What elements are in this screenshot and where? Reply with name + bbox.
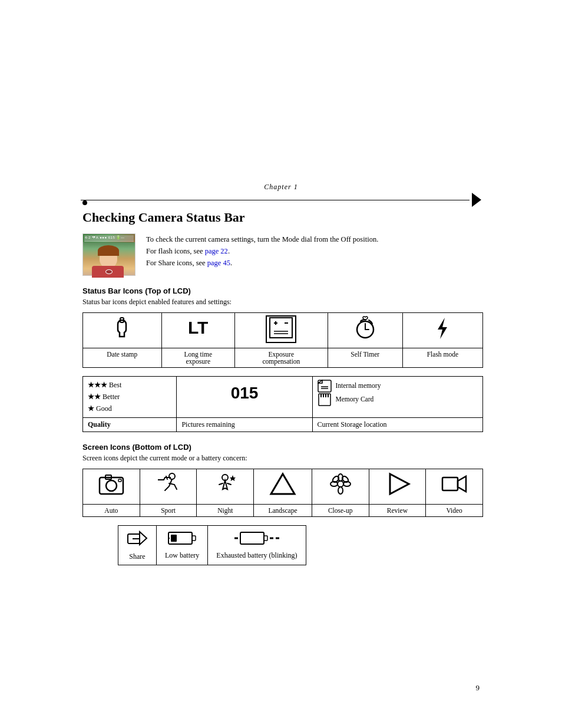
flash-mode-icon-cell bbox=[402, 313, 482, 348]
video-icon-cell bbox=[426, 469, 483, 504]
page: Chapter 1 Checking Camera Status Bar 4-2… bbox=[0, 0, 562, 728]
quality-best: ★★★ Best bbox=[88, 379, 171, 391]
exhausted-battery-label: Exhausted battery (blinking) bbox=[216, 551, 297, 560]
pictures-remaining-cell: 015 bbox=[177, 376, 312, 417]
svg-point-19 bbox=[106, 480, 117, 491]
low-battery-label: Low battery bbox=[165, 551, 199, 560]
internal-memory-row: Internal memory bbox=[318, 379, 478, 393]
svg-point-26 bbox=[338, 481, 343, 487]
camera-lcd-image: 4-2 ℉A ●●● 615 🔋— bbox=[82, 233, 135, 276]
close-up-icon bbox=[326, 472, 355, 496]
battery-icons-row: Share bbox=[118, 525, 306, 565]
chapter-label: Chapter 1 bbox=[264, 183, 297, 192]
night-icon bbox=[211, 472, 239, 496]
pictures-remaining-number: 015 bbox=[181, 379, 307, 407]
memory-card-icon bbox=[318, 393, 332, 406]
self-timer-icon-cell bbox=[328, 313, 402, 348]
share-cell: Share bbox=[118, 525, 157, 565]
page-number: 9 bbox=[476, 683, 480, 693]
long-time-icon-cell: LT bbox=[161, 313, 234, 348]
screen-icons-subtext: Screen icons depict the current mode or … bbox=[82, 454, 483, 463]
landscape-icon bbox=[269, 472, 297, 496]
night-icon-cell bbox=[197, 469, 254, 504]
status-bar-subtext: Status bar icons depict enabled features… bbox=[82, 298, 483, 307]
svg-point-28 bbox=[338, 487, 343, 494]
storage-label-cell: Current Storage location bbox=[312, 417, 482, 431]
quality-storage-content-row: ★★★ Best ★★ Better ★ Good 015 bbox=[83, 376, 483, 417]
share-label: Share bbox=[127, 552, 148, 561]
memory-card-row: Memory Card bbox=[318, 393, 478, 406]
flash-icon bbox=[429, 315, 455, 341]
self-timer-label: Self Timer bbox=[328, 348, 402, 367]
date-stamp-icon bbox=[109, 315, 135, 341]
svg-rect-1 bbox=[270, 318, 292, 338]
long-time-label: Long timeexposure bbox=[161, 348, 234, 367]
share-icon-svg bbox=[127, 529, 148, 547]
svg-marker-24 bbox=[230, 475, 236, 481]
low-battery-icon-svg bbox=[167, 530, 197, 546]
svg-marker-35 bbox=[458, 476, 466, 492]
storage-icons-list: Internal memory Memory Card bbox=[318, 379, 478, 407]
page-title: Checking Camera Status Bar bbox=[82, 210, 483, 225]
exposure-symbol bbox=[269, 317, 293, 338]
share-page-link[interactable]: page 45 bbox=[207, 259, 230, 267]
screen-icons-table: Auto Sport Night Landscape Close-up Revi… bbox=[82, 469, 483, 517]
battery-table: Share bbox=[118, 525, 306, 565]
auto-label: Auto bbox=[83, 504, 140, 516]
share-icon bbox=[127, 529, 148, 550]
close-up-icon-cell bbox=[312, 469, 369, 504]
landscape-icon-cell bbox=[254, 469, 312, 504]
flash-ref-text: For flash icons, see page 22. bbox=[146, 245, 378, 257]
quality-better: ★★ Better bbox=[88, 391, 171, 403]
review-icon bbox=[383, 472, 411, 496]
date-stamp-label: Date stamp bbox=[83, 348, 162, 367]
svg-rect-21 bbox=[118, 479, 121, 482]
exposure-compensation-icon bbox=[266, 315, 296, 343]
close-up-label: Close-up bbox=[312, 504, 369, 516]
pictures-remaining-label-cell: Pictures remaining bbox=[177, 417, 312, 431]
quality-storage-table: ★★★ Best ★★ Better ★ Good 015 bbox=[82, 376, 483, 432]
quality-good: ★ Good bbox=[88, 403, 171, 414]
low-battery-cell: Low battery bbox=[157, 525, 208, 565]
svg-marker-33 bbox=[390, 474, 409, 494]
svg-rect-34 bbox=[442, 477, 458, 490]
internal-memory-icon bbox=[318, 380, 332, 393]
intro-section: 4-2 ℉A ●●● 615 🔋— To check the current c… bbox=[82, 233, 483, 276]
intro-main-text: To check the current camera settings, tu… bbox=[146, 233, 378, 245]
sport-icon-cell bbox=[140, 469, 197, 504]
screen-icons-symbols-row bbox=[83, 469, 483, 504]
lt-icon: LT bbox=[188, 318, 208, 337]
date-stamp-icon-cell bbox=[83, 313, 162, 348]
svg-marker-37 bbox=[140, 532, 147, 545]
status-bar-heading: Status Bar Icons (Top of LCD) bbox=[82, 286, 483, 295]
flash-page-link[interactable]: page 22 bbox=[205, 247, 228, 255]
share-ref-text: For Share icons, see page 45. bbox=[146, 257, 378, 269]
bullet-dot bbox=[82, 200, 87, 205]
sport-label: Sport bbox=[140, 504, 197, 516]
landscape-label: Landscape bbox=[254, 504, 312, 516]
exhausted-battery-cell: Exhausted battery (blinking) bbox=[208, 525, 306, 565]
flash-mode-label: Flash mode bbox=[402, 348, 482, 367]
exhausted-battery-icon bbox=[216, 530, 297, 549]
video-icon bbox=[440, 472, 468, 496]
review-icon-cell bbox=[369, 469, 426, 504]
quality-stars-list: ★★★ Best ★★ Better ★ Good bbox=[88, 379, 171, 415]
storage-icons-cell: Internal memory Memory Card bbox=[312, 376, 482, 417]
exposure-label: Exposurecompensation bbox=[234, 348, 328, 367]
video-label: Video bbox=[426, 504, 483, 516]
exposure-icon-cell bbox=[234, 313, 328, 348]
quality-label-cell: Quality bbox=[83, 417, 177, 431]
low-battery-icon bbox=[165, 530, 199, 549]
svg-marker-25 bbox=[271, 474, 295, 494]
svg-point-22 bbox=[169, 473, 175, 479]
intro-text: To check the current camera settings, tu… bbox=[146, 233, 378, 276]
quality-stars-cell: ★★★ Best ★★ Better ★ Good bbox=[83, 376, 177, 417]
status-bar-icons-table: LT bbox=[82, 312, 483, 368]
night-label: Night bbox=[197, 504, 254, 516]
auto-icon-cell bbox=[83, 469, 140, 504]
self-timer-icon bbox=[352, 315, 378, 341]
screen-icons-heading: Screen Icons (Bottom of LCD) bbox=[82, 443, 483, 452]
svg-rect-44 bbox=[240, 532, 264, 544]
screen-icons-labels-row: Auto Sport Night Landscape Close-up Revi… bbox=[83, 504, 483, 516]
quality-storage-labels-row: Quality Pictures remaining Current Stora… bbox=[83, 417, 483, 431]
